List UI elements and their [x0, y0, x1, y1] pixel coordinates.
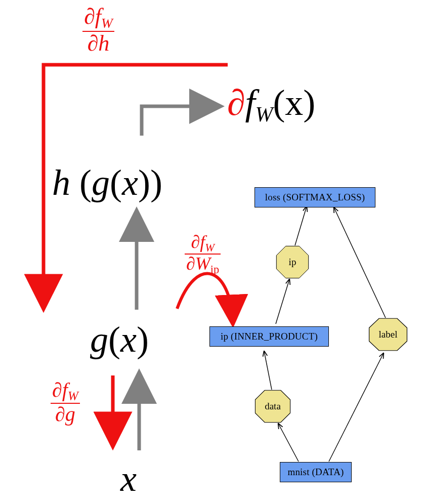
graph-node-ipbox: ip (INNER_PRODUCT)	[209, 326, 329, 347]
label-gx: g(x)	[90, 319, 149, 361]
label-x: x	[120, 458, 137, 500]
graph-node-mnist: mnist (DATA)	[280, 462, 352, 482]
edge-mnist-label	[329, 353, 384, 461]
edge-data-ipbox	[264, 351, 272, 390]
edge-label-loss	[334, 207, 386, 318]
graph-node-ip-oct: ip	[276, 245, 309, 279]
label-fwx: ∂fW(x)	[227, 82, 315, 127]
graph-node-loss: loss (SOFTMAX_LOSS)	[255, 187, 375, 207]
label-dfdg: ∂fW ∂g	[51, 380, 80, 425]
label-dfdh: ∂fW ∂h	[82, 5, 114, 55]
graph-node-label-oct: label	[368, 318, 408, 351]
diagram-canvas: ∂fW ∂h ∂fW(x) h (g(x)) g(x) x ∂fW ∂g ∂fW…	[0, 0, 424, 504]
edge-ipoct-loss	[295, 206, 307, 245]
backprop-arrow-dfdWip	[177, 274, 233, 321]
label-hgx: h (g(x))	[52, 162, 162, 204]
graph-node-data-oct: data	[255, 390, 291, 423]
edge-ipbox-ipoct	[276, 279, 289, 324]
edge-mnist-data	[278, 424, 299, 461]
label-dfdWip: ∂fW ∂Wip	[185, 233, 221, 275]
forward-arrow-to-fwx	[142, 106, 218, 136]
